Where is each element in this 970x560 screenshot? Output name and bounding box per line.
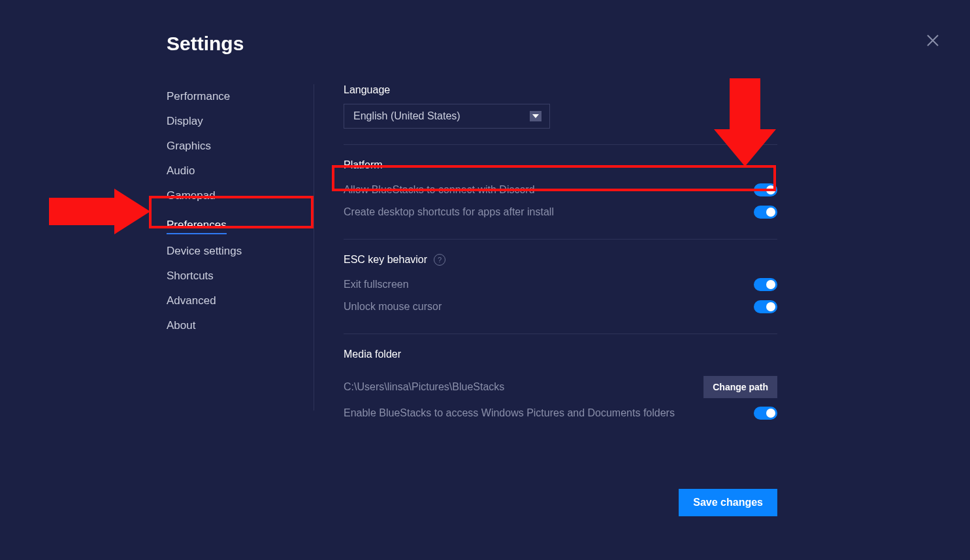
chevron-down-icon (530, 111, 542, 121)
sidebar-item-performance[interactable]: Performance (167, 84, 230, 109)
vertical-divider (314, 84, 314, 411)
platform-label: Platform (344, 159, 777, 171)
main-content: Language English (United States) Platfor… (344, 84, 970, 424)
desktop-shortcuts-label: Create desktop shortcuts for apps after … (344, 206, 554, 218)
unlock-mouse-toggle[interactable] (754, 300, 777, 313)
close-icon[interactable] (925, 33, 941, 48)
sidebar-item-preferences[interactable]: Preferences (167, 213, 227, 234)
sidebar-item-device-settings[interactable]: Device settings (167, 239, 242, 264)
question-icon[interactable]: ? (434, 254, 445, 266)
sidebar-item-display[interactable]: Display (167, 109, 203, 134)
sidebar: Performance Display Graphics Audio Gamep… (167, 84, 314, 424)
divider (344, 334, 777, 334)
media-folder-label: Media folder (344, 349, 777, 360)
annotation-arrow-down-icon (714, 78, 776, 169)
sidebar-item-advanced[interactable]: Advanced (167, 288, 216, 313)
unlock-mouse-label: Unlock mouse cursor (344, 301, 442, 313)
discord-connect-label: Allow BlueStacks to connect with Discord (344, 184, 535, 196)
divider (344, 144, 777, 145)
save-changes-button[interactable]: Save changes (679, 489, 777, 516)
enable-folder-access-toggle[interactable] (754, 407, 777, 420)
desktop-shortcuts-toggle[interactable] (754, 206, 777, 219)
sidebar-item-graphics[interactable]: Graphics (167, 134, 211, 159)
page-title: Settings (167, 33, 970, 55)
media-folder-path: C:\Users\linsa\Pictures\BlueStacks (344, 381, 504, 393)
exit-fullscreen-toggle[interactable] (754, 278, 777, 291)
sidebar-item-about[interactable]: About (167, 313, 195, 338)
change-path-button[interactable]: Change path (703, 376, 777, 398)
discord-toggle[interactable] (754, 183, 777, 196)
sidebar-item-shortcuts[interactable]: Shortcuts (167, 264, 214, 288)
language-dropdown[interactable]: English (United States) (344, 104, 550, 129)
sidebar-item-audio[interactable]: Audio (167, 159, 195, 183)
divider (344, 239, 777, 240)
language-label: Language (344, 84, 777, 96)
enable-folder-access-label: Enable BlueStacks to access Windows Pict… (344, 407, 675, 419)
esc-behavior-label: ESC key behavior (344, 254, 427, 266)
language-selected: English (United States) (353, 110, 461, 122)
exit-fullscreen-label: Exit fullscreen (344, 279, 409, 290)
annotation-arrow-left-icon (49, 189, 150, 237)
sidebar-item-gamepad[interactable]: Gamepad (167, 183, 216, 208)
